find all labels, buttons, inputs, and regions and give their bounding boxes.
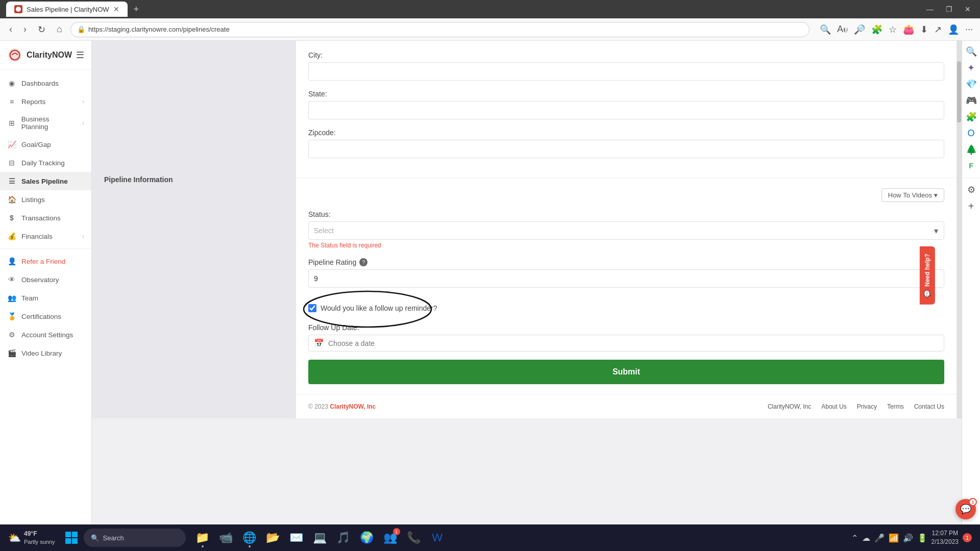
how-to-videos-button[interactable]: How To Videos ▾ [881,188,944,202]
sidebar-item-transactions[interactable]: $ Transactions [0,209,91,227]
browser-tab[interactable]: Sales Pipeline | ClarityNOW ✕ [6,2,128,17]
share-icon[interactable]: ↗ [933,23,943,36]
profile-icon[interactable]: 👤 [947,23,960,36]
svg-rect-3 [65,532,71,537]
address-bar[interactable]: 🔒 https://staging.claritynowre.com/pipel… [70,22,810,37]
footer-link-terms[interactable]: Terms [887,403,904,410]
footer-link-claritynow[interactable]: ClarityNOW, Inc [768,403,811,410]
scroll-thumb[interactable] [957,61,961,122]
tray-volume-icon[interactable]: 🔊 [903,533,913,543]
sidebar-item-sales-pipeline[interactable]: ☰ Sales Pipeline [0,172,91,190]
tray-mic-icon[interactable]: 🎤 [874,533,885,543]
nav-divider [0,248,91,249]
tray-chevron-icon[interactable]: ⌃ [851,533,858,543]
sidebar-item-daily-tracking[interactable]: ⊟ Daily Tracking [0,154,91,172]
read-aloud-icon[interactable]: Aᵾ [836,23,849,36]
how-to-videos-label: How To Videos [888,191,932,199]
forward-button[interactable]: › [20,22,30,37]
footer-link-privacy[interactable]: Privacy [857,403,877,410]
tray-network-icon[interactable]: 📶 [889,533,899,543]
close-button[interactable]: ✕ [962,4,974,14]
taskbar-app-zoom[interactable]: 📞 [403,527,425,548]
sidebar-item-account-settings[interactable]: ⚙ Account Settings [0,325,91,344]
outlook-icon[interactable]: O [965,127,978,140]
notification-badge[interactable]: 1 [963,533,972,542]
sidebar-item-certifications[interactable]: 🏅 Certifications [0,307,91,325]
refresh-button[interactable]: ↻ [35,22,48,37]
scrollbar[interactable] [957,41,962,418]
taskbar-app-teams2[interactable]: 👥 1 [380,527,401,548]
sidebar-item-video-library[interactable]: 🎬 Video Library [0,344,91,362]
menu-icon[interactable]: ··· [964,23,974,36]
sidebar-item-financials[interactable]: 💰 Financials › [0,227,91,245]
start-button[interactable] [61,528,82,548]
copilot-icon[interactable]: ✦ [965,61,978,74]
tray-cloud-icon[interactable]: ☁ [862,533,870,543]
extensions-icon[interactable]: 🧩 [870,23,884,36]
zipcode-input[interactable] [308,140,944,158]
follow-up-checkbox-label[interactable]: Would you like a follow up reminder? [321,304,437,312]
downloads-icon[interactable]: ⬇ [919,23,929,36]
taskbar-app-alexa[interactable]: 🎵 [333,527,354,548]
favorites-icon[interactable]: ☆ [888,23,898,36]
taskbar-app-chrome[interactable]: 🌍 [356,527,378,548]
sidebar-item-listings[interactable]: 🏠 Listings [0,190,91,209]
follow-up-date-label: Follow Up Date: [308,323,944,332]
taskbar-search[interactable]: 🔍 Search [84,529,186,547]
need-help-button[interactable]: 💬 Need help? [920,246,935,305]
sidebar-item-dashboards[interactable]: ◉ Dashboards [0,74,91,92]
state-input[interactable] [308,101,944,119]
zoom-icon[interactable]: 🔎 [853,23,866,36]
games-icon[interactable]: 🎮 [965,94,978,107]
taskbar-app-edge[interactable]: 🌐 [239,527,260,548]
sidebar-settings-icon[interactable]: ⚙ [965,183,978,196]
follow-up-checkbox[interactable] [308,304,316,312]
sidebar-item-reports[interactable]: ≡ Reports › [0,92,91,111]
browser-wallet-sidebar-icon[interactable]: 💎 [965,78,978,91]
status-select[interactable]: Select [308,221,944,240]
tree-icon[interactable]: 🌲 [965,143,978,156]
extensions-sidebar-icon[interactable]: 🧩 [965,110,978,123]
tray-battery-icon[interactable]: 🔋 [917,533,927,543]
sidebar-item-goal-gap[interactable]: 📈 Goal/Gap [0,135,91,154]
taskbar-app-word[interactable]: W [427,527,448,548]
search-icon[interactable]: 🔍 [819,23,832,36]
feedly-icon[interactable]: F [965,159,978,172]
tray-time[interactable]: 12:07 PM 2/13/2023 [932,529,959,546]
taskbar-app-teams[interactable]: 📹 [215,527,237,548]
tab-close-button[interactable]: ✕ [113,5,119,13]
pipeline-rating-info-icon[interactable]: ? [359,258,368,266]
chat-button[interactable]: 💬 1 [955,499,976,519]
sidebar-item-team[interactable]: 👥 Team [0,289,91,307]
url-display: https://staging.claritynowre.com/pipelin… [88,26,230,33]
back-button[interactable]: ‹ [6,22,15,37]
sidebar-item-business-planning[interactable]: ⊞ Business Planning › [0,111,91,135]
sidebar-item-observatory[interactable]: 👁 Observatory [0,270,91,289]
submit-button[interactable]: Submit [308,360,944,384]
pipeline-rating-input[interactable] [308,269,944,288]
minimize-button[interactable]: — [923,4,937,14]
date-input[interactable] [328,339,939,347]
browser-wallet-icon[interactable]: 👛 [902,23,915,36]
new-tab-button[interactable]: + [134,4,139,15]
weather-widget[interactable]: ⛅ 49°F Partly sunny [4,530,59,546]
taskbar-app-mail[interactable]: ✉️ [286,527,307,548]
footer-link-contact[interactable]: Contact Us [914,403,944,410]
taskbar-app-file-explorer[interactable]: 📁 [192,527,213,548]
browser-frame: Sales Pipeline | ClarityNOW ✕ + — ❐ ✕ ‹ … [0,0,980,551]
taskbar: ⛅ 49°F Partly sunny 🔍 Search 📁 📹 🌐 [0,524,980,551]
pipeline-rating-label: Pipeline Rating [308,258,356,266]
sidebar-item-refer-friend[interactable]: 👤 Refer a Friend [0,252,91,270]
city-input[interactable] [308,62,944,81]
maximize-button[interactable]: ❐ [943,4,955,14]
hamburger-menu[interactable]: ☰ [76,49,84,61]
search-sidebar-icon[interactable]: 🔍 [965,45,978,58]
window-controls: — ❐ ✕ [923,4,974,14]
windows-logo-icon [65,532,78,544]
footer-link-about[interactable]: About Us [821,403,846,410]
date-input-wrapper[interactable]: 📅 [308,335,944,352]
sidebar-customize-icon[interactable]: + [965,199,978,213]
home-button[interactable]: ⌂ [54,22,65,37]
taskbar-app-dell[interactable]: 💻 [309,527,331,548]
taskbar-app-files[interactable]: 📂 [262,527,284,548]
